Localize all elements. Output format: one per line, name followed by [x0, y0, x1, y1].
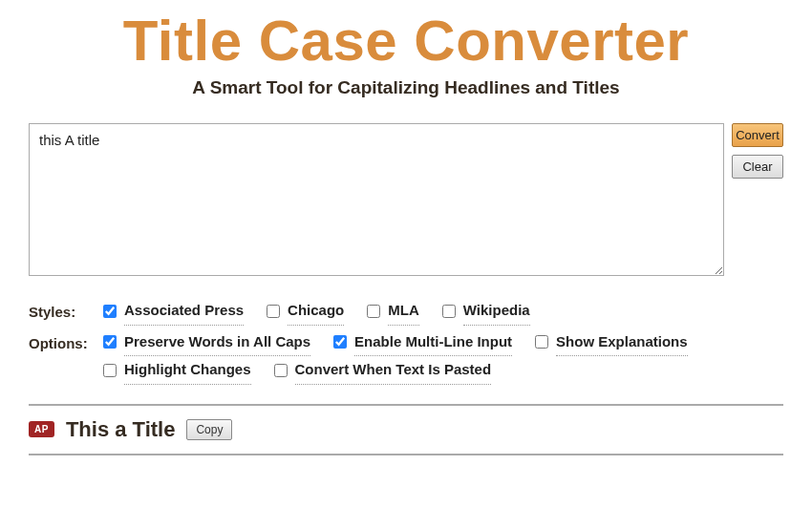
- page-subtitle: A Smart Tool for Capitalizing Headlines …: [29, 77, 783, 98]
- option-1[interactable]: Enable Multi-Line Input: [330, 328, 512, 357]
- option-1-label: Enable Multi-Line Input: [354, 328, 512, 357]
- style-option-3[interactable]: Wikipedia: [438, 297, 530, 326]
- style-option-2-label: MLA: [388, 297, 419, 326]
- option-4-checkbox[interactable]: [274, 364, 288, 377]
- option-0[interactable]: Preserve Words in All Caps: [99, 328, 310, 357]
- option-2[interactable]: Show Explanations: [531, 328, 688, 357]
- convert-button[interactable]: Convert: [732, 123, 783, 147]
- style-option-2[interactable]: MLA: [363, 297, 419, 326]
- style-option-2-checkbox[interactable]: [367, 305, 380, 318]
- option-2-checkbox[interactable]: [535, 335, 548, 349]
- result-text: This a Title: [66, 417, 176, 442]
- style-option-3-label: Wikipedia: [463, 297, 530, 326]
- option-4-label: Convert When Text Is Pasted: [295, 356, 492, 385]
- style-option-3-checkbox[interactable]: [442, 305, 456, 318]
- clear-button[interactable]: Clear: [732, 155, 783, 179]
- options-label: Options:: [29, 328, 99, 358]
- style-badge: AP: [29, 421, 54, 437]
- title-input[interactable]: [29, 123, 724, 276]
- style-option-1[interactable]: Chicago: [263, 297, 344, 326]
- option-1-checkbox[interactable]: [333, 335, 347, 349]
- option-2-label: Show Explanations: [556, 328, 688, 357]
- style-option-0-checkbox[interactable]: [103, 305, 117, 318]
- option-0-label: Preserve Words in All Caps: [124, 328, 310, 357]
- styles-label: Styles:: [29, 297, 99, 327]
- style-option-1-label: Chicago: [288, 297, 344, 326]
- divider: [29, 404, 783, 406]
- page-title: Title Case Converter: [29, 8, 783, 74]
- option-0-checkbox[interactable]: [103, 335, 117, 349]
- option-3-label: Highlight Changes: [124, 356, 251, 385]
- style-option-1-checkbox[interactable]: [267, 305, 280, 318]
- option-3[interactable]: Highlight Changes: [99, 356, 251, 385]
- style-option-0[interactable]: Associated Press: [99, 297, 244, 326]
- option-3-checkbox[interactable]: [103, 364, 117, 377]
- style-option-0-label: Associated Press: [124, 297, 244, 326]
- divider: [29, 454, 783, 455]
- copy-button[interactable]: Copy: [186, 419, 232, 440]
- option-4[interactable]: Convert When Text Is Pasted: [270, 356, 492, 385]
